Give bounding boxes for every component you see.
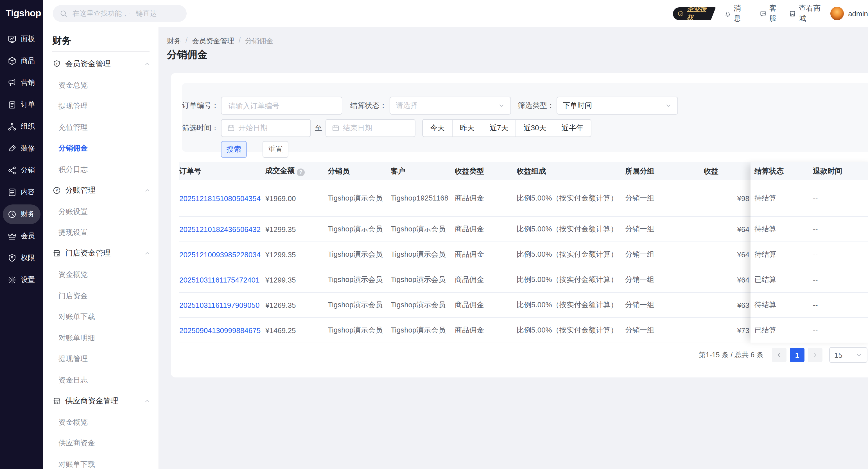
order-link[interactable]: 20251210093985228034 — [179, 250, 260, 259]
submenu-item[interactable]: 资金总览 — [59, 74, 110, 96]
reset-button[interactable]: 重置 — [262, 141, 288, 158]
submenu-item[interactable]: 分账设置 — [59, 201, 110, 222]
content-card: 订单编号： 结算状态： 请选择 筛选类型： 下单时间 — [171, 73, 868, 377]
sidebar-item-distribution[interactable]: 分销 — [0, 160, 43, 181]
order-no-field[interactable] — [221, 97, 342, 114]
sidebar-item-decoration[interactable]: 装修 — [0, 138, 43, 160]
customer-cell: Tigshop演示会员 — [391, 216, 455, 242]
sidebar-item-label: 会员 — [21, 231, 35, 241]
chat-icon — [760, 9, 767, 18]
submenu-section-store-funds[interactable]: 门店资金管理 — [43, 243, 158, 264]
distributor-cell: Tigshop演示会员 — [328, 242, 391, 267]
fixed-row: 待结算 -- — [750, 217, 868, 242]
submenu-section-member-funds[interactable]: ¥ 会员资金管理 — [43, 53, 158, 74]
sidebar-item-members[interactable]: 会员 — [0, 225, 43, 247]
messages-button[interactable]: 消息 — [724, 3, 745, 24]
income-type-cell: 商品佣金 — [455, 242, 517, 267]
distributor-cell: Tigshop演示会员 — [328, 267, 391, 292]
submenu-item-active[interactable]: 分销佣金 — [59, 138, 107, 159]
sidebar-item-orders[interactable]: 订单 — [0, 94, 43, 116]
amount-cell: ¥1969.00 — [265, 180, 328, 216]
submenu-item[interactable]: 充值管理 — [59, 116, 110, 138]
submenu-item[interactable]: 提现设置 — [59, 222, 107, 243]
col-composition: 收益组成 — [517, 162, 625, 180]
quick-range-today[interactable]: 今天 — [422, 119, 453, 137]
order-no-label: 订单编号： — [182, 101, 219, 111]
composition-cell: 比例5.00%（按实付金额计算） — [517, 267, 625, 292]
page-size-select[interactable]: 15 — [829, 347, 867, 363]
sidebar-item-settings[interactable]: 设置 — [0, 269, 43, 291]
enterprise-license-badge[interactable]: 企业授权 — [673, 7, 716, 20]
dashboard-icon — [7, 34, 17, 44]
chevron-down-icon — [856, 351, 862, 358]
submenu-item[interactable]: 资金概览 — [59, 264, 110, 285]
submenu-item[interactable]: 供应商资金 — [59, 433, 107, 454]
sidebar-item-permissions[interactable]: 权限 — [0, 247, 43, 269]
end-date-picker[interactable]: 结束日期 — [326, 119, 415, 137]
sidebar-item-organization[interactable]: 组织 — [0, 116, 43, 138]
next-page-button[interactable] — [808, 348, 823, 362]
sidebar-item-label: 营销 — [21, 78, 35, 88]
order-link[interactable]: 20251218151080504354 — [179, 194, 260, 202]
quick-range-7days[interactable]: 近7天 — [482, 119, 516, 137]
breadcrumb-item[interactable]: 财务 — [167, 36, 181, 46]
global-search-input[interactable] — [71, 9, 180, 18]
username[interactable]: admin — [848, 9, 868, 18]
settle-status-select[interactable]: 请选择 — [390, 97, 511, 114]
filter-type-select[interactable]: 下单时间 — [557, 97, 678, 114]
income-cell: ¥64 — [704, 242, 750, 267]
start-date-picker[interactable]: 开始日期 — [221, 119, 311, 137]
question-icon[interactable] — [297, 168, 305, 176]
quick-range-30days[interactable]: 近30天 — [516, 119, 554, 137]
page-1-button[interactable]: 1 — [790, 348, 804, 362]
sidebar-item-label: 分销 — [21, 166, 35, 175]
primary-nav: 面板 商品 营销 订单 组织 装修 — [0, 28, 43, 291]
submenu-item[interactable]: 提现管理 — [59, 96, 107, 116]
order-link[interactable]: 20251031161175472401 — [179, 275, 259, 284]
submenu-section-split-account[interactable]: ¥ 分账管理 — [43, 180, 158, 201]
organization-icon — [7, 122, 17, 131]
global-search[interactable] — [53, 5, 187, 22]
submenu-section-supplier-funds[interactable]: 供应商资金管理 — [43, 390, 158, 411]
user-avatar[interactable] — [830, 7, 843, 20]
sidebar-item-dashboard[interactable]: 面板 — [0, 28, 43, 50]
sidebar-item-marketing[interactable]: 营销 — [0, 72, 43, 94]
order-link[interactable]: 20251210182436506432 — [179, 225, 260, 233]
quick-range-yesterday[interactable]: 昨天 — [452, 119, 482, 137]
status-cell: 待结算 — [754, 300, 776, 310]
amount-cell: ¥1469.25 — [265, 317, 328, 343]
submenu-item[interactable]: 对账单下载 — [59, 454, 110, 469]
submenu-item[interactable]: 资金概览 — [59, 411, 110, 433]
sidebar-item-label: 装修 — [21, 144, 35, 153]
composition-cell: 比例5.00%（按实付金额计算） — [517, 242, 625, 267]
submenu-item[interactable]: 资金日志 — [59, 369, 107, 390]
table-row: 20251210182436506432 ¥1299.35 Tigshop演示会… — [179, 216, 750, 242]
sidebar-item-content[interactable]: 内容 — [0, 181, 43, 203]
sidebar-item-goods[interactable]: 商品 — [0, 50, 43, 72]
breadcrumb-separator: / — [239, 36, 241, 46]
brand-logo[interactable]: Tigshop — [0, 0, 43, 27]
prev-page-button[interactable] — [772, 348, 786, 362]
orders-icon — [7, 100, 17, 109]
quick-range-half-year[interactable]: 近半年 — [554, 119, 591, 137]
settings-icon — [7, 275, 17, 285]
customer-service-button[interactable]: 客服 — [760, 3, 781, 24]
order-link[interactable]: 20251031161197909050 — [179, 301, 259, 309]
quick-range-group: 今天 昨天 近7天 近30天 近半年 — [422, 119, 591, 137]
view-shop-button[interactable]: 查看商城 — [789, 3, 822, 24]
breadcrumb-item[interactable]: 会员资金管理 — [192, 36, 234, 46]
submenu-item[interactable]: 提现管理 — [59, 348, 110, 369]
income-cell: ¥64 — [704, 267, 750, 292]
submenu-item[interactable]: 积分日志 — [59, 159, 110, 180]
order-no-input[interactable] — [227, 101, 336, 110]
amount-cell: ¥1299.35 — [265, 242, 328, 267]
search-button[interactable]: 搜索 — [221, 141, 247, 158]
col-amount: 成交金额 — [265, 162, 328, 180]
sidebar-item-finance[interactable]: 财务 — [0, 203, 43, 225]
submenu-item[interactable]: 对账单下载 — [59, 306, 110, 327]
chevron-right-icon — [812, 351, 818, 358]
marketing-icon — [7, 78, 17, 88]
submenu-item[interactable]: 对账单明细 — [59, 327, 107, 348]
order-link[interactable]: 20250904130999884675 — [179, 326, 260, 334]
submenu-item[interactable]: 门店资金 — [59, 285, 107, 306]
